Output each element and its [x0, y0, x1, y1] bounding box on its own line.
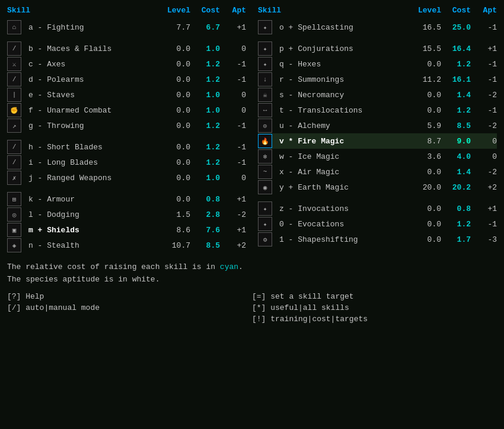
skill-level: 10.7	[163, 241, 193, 250]
skill-row[interactable]: ❄w - Ice Magic3.64.00	[258, 149, 497, 164]
skill-row[interactable]: ✦q - Hexes0.01.2-1	[258, 56, 497, 72]
skill-cost: 1.2	[193, 121, 222, 130]
skill-cost: 8.5	[444, 121, 473, 130]
skill-row[interactable]: ⚙1 - Shapeshifting0.01.7-3	[258, 232, 497, 247]
skill-level: 0.0	[414, 60, 444, 69]
skill-apt: 0	[473, 137, 497, 146]
skill-row[interactable]: /b - Maces & Flails0.01.00	[7, 41, 246, 56]
skill-level: 0.0	[163, 44, 193, 53]
skill-row[interactable]: /i - Long Blades0.01.2-1	[7, 155, 246, 170]
skill-row[interactable]: /d - Polearms0.01.2-1	[7, 72, 246, 87]
skill-name: q - Hexes	[276, 60, 414, 69]
skill-row[interactable]: ⊙u - Alchemy5.98.5-2	[258, 118, 497, 133]
skill-apt: -2	[473, 168, 497, 177]
skill-name: r - Summonings	[276, 75, 414, 84]
skill-row[interactable]: ⌂a - Fighting7.76.7+1	[7, 20, 246, 35]
skill-icon-v: 🔥	[258, 134, 272, 148]
skill-apt: -2	[473, 91, 497, 100]
skill-icon-x: ~	[258, 165, 272, 179]
skill-icon-r: ↓	[258, 72, 272, 87]
footer-line2-post: .	[155, 275, 160, 284]
skill-apt: -1	[473, 220, 497, 229]
left-apt-header: Apt	[222, 6, 246, 15]
footer-line1-word: cyan	[220, 262, 238, 271]
skill-row[interactable]: ✦0 - Evocations0.01.2-1	[258, 216, 497, 232]
skill-name: g - Throwing	[25, 121, 163, 130]
skill-cost: 1.0	[193, 106, 222, 115]
skill-row[interactable]: ✊f - Unarmed Combat0.01.00	[7, 103, 246, 118]
skill-cost: 1.0	[193, 44, 222, 53]
skill-cost: 9.0	[444, 137, 473, 146]
skill-row[interactable]: |e - Staves0.01.00	[7, 87, 246, 103]
skill-row[interactable]: ◉y + Earth Magic20.020.2+2	[258, 180, 497, 195]
skill-row[interactable]: ◈n - Stealth10.78.5+2	[7, 238, 246, 253]
skill-icon-a: ⌂	[7, 20, 21, 34]
skill-row[interactable]: /h - Short Blades0.01.2-1	[7, 139, 246, 155]
skill-row[interactable]: 🔥v * Fire Magic8.79.00	[258, 133, 497, 149]
help-item: [?] Help	[7, 292, 252, 301]
skill-row[interactable]: ◎l - Dodging1.52.8-2	[7, 207, 246, 222]
footer-line2: The species aptitude is in white.	[7, 274, 497, 286]
help-item: [=] set a skill target	[252, 292, 497, 301]
skill-cost: 0.8	[193, 195, 222, 204]
skill-name: t - Translocations	[276, 106, 414, 115]
right-header: Skill Level Cost Apt	[258, 6, 497, 16]
skill-cost: 1.0	[193, 174, 222, 183]
skill-name: h - Short Blades	[25, 143, 163, 152]
skill-level: 0.0	[163, 174, 193, 183]
skill-level: 0.0	[163, 143, 193, 152]
skill-level: 0.0	[414, 106, 444, 115]
skill-row[interactable]: ↗g - Throwing0.01.2-1	[7, 118, 246, 133]
skill-cost: 1.7	[444, 235, 473, 244]
skill-icon-n: ◈	[7, 238, 21, 252]
skill-icon-0: ✦	[258, 217, 272, 231]
skill-level: 15.5	[414, 44, 444, 53]
skill-name: j - Ranged Weapons	[25, 174, 163, 183]
skill-icon-m: ▣	[7, 223, 21, 237]
skill-name: x - Air Magic	[276, 168, 414, 177]
skill-row[interactable]: ⊞k - Armour0.00.8+1	[7, 191, 246, 207]
skill-icon-k: ⊞	[7, 192, 21, 206]
skill-apt: +1	[222, 23, 246, 32]
skill-cost: 1.2	[193, 75, 222, 84]
spacer-row	[7, 35, 246, 41]
skill-row[interactable]: ~x - Air Magic0.01.4-2	[258, 164, 497, 180]
skill-name: m + Shields	[25, 226, 163, 235]
skill-apt: -1	[222, 143, 246, 152]
skill-level: 20.0	[414, 183, 444, 192]
skill-name: k - Armour	[25, 195, 163, 204]
skill-level: 0.0	[163, 91, 193, 100]
skill-row[interactable]: ✦p + Conjurations15.516.4+1	[258, 41, 497, 56]
skill-apt: -1	[222, 121, 246, 130]
skill-icon-q: ✦	[258, 57, 272, 71]
skill-row[interactable]: ☠s - Necromancy0.01.4-2	[258, 87, 497, 103]
skill-level: 16.5	[414, 23, 444, 32]
skill-icon-y: ◉	[258, 180, 272, 194]
footer-line1: The relative cost of raising each skill …	[7, 261, 497, 274]
skill-row[interactable]: ✦z - Invocations0.00.8+1	[258, 201, 497, 216]
right-cost-header: Cost	[444, 6, 473, 15]
skill-row[interactable]: ✗j - Ranged Weapons0.01.00	[7, 170, 246, 185]
skill-level: 5.9	[414, 121, 444, 130]
skill-level: 0.0	[163, 158, 193, 167]
skill-row[interactable]: ▣m + Shields8.67.6+1	[7, 222, 246, 238]
skill-level: 0.0	[163, 75, 193, 84]
skill-apt: +1	[473, 204, 497, 213]
right-apt-header: Apt	[473, 6, 497, 15]
skill-row[interactable]: ✦o + Spellcasting16.525.0-1	[258, 20, 497, 35]
skill-icon-f: ✊	[7, 103, 21, 117]
footer-line1-post: .	[238, 262, 243, 271]
skill-apt: -1	[473, 23, 497, 32]
skill-row[interactable]: ⚔c - Axes0.01.2-1	[7, 56, 246, 72]
skill-icon-i: /	[7, 155, 21, 169]
skill-row[interactable]: ↓r - Summonings11.216.1-1	[258, 72, 497, 87]
skill-name: a - Fighting	[25, 23, 163, 32]
skill-name: d - Polearms	[25, 75, 163, 84]
skill-level: 3.6	[414, 152, 444, 161]
left-cost-header: Cost	[193, 6, 222, 15]
skill-name: 1 - Shapeshifting	[276, 235, 414, 244]
skill-cost: 6.7	[193, 23, 222, 32]
help-item: [*] useful|all skills	[252, 303, 497, 312]
skill-row[interactable]: ↔t - Translocations0.01.2-1	[258, 103, 497, 118]
left-skill-header: Skill	[7, 6, 163, 15]
